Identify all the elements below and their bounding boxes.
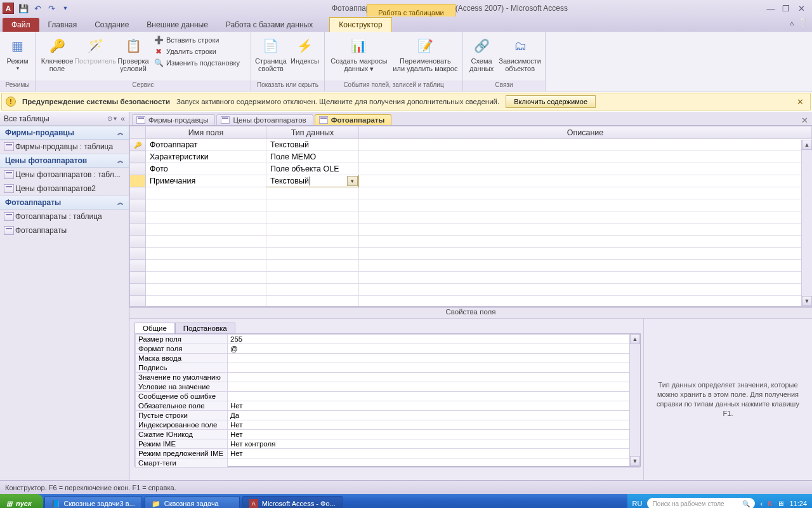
prop-value[interactable] <box>228 373 640 382</box>
field-name-cell[interactable]: Фото <box>146 163 266 175</box>
prop-value[interactable] <box>228 363 640 373</box>
row-selector[interactable] <box>130 163 146 175</box>
clock[interactable]: 11:24 <box>789 500 807 507</box>
prop-tab-general[interactable]: Общие <box>134 323 175 333</box>
dependencies-button[interactable]: 🗂 Зависимости объектов <box>499 34 541 72</box>
qat-dropdown-icon[interactable]: ▼ <box>60 3 71 14</box>
field-row[interactable] <box>130 199 812 211</box>
data-type-cell[interactable]: Поле МЕМО <box>266 151 359 163</box>
prop-value[interactable]: Нет контроля <box>228 439 640 449</box>
row-selector[interactable] <box>130 175 146 187</box>
col-description[interactable]: Описание <box>359 126 812 139</box>
prop-value[interactable]: Нет <box>228 420 640 430</box>
restore-icon[interactable]: ❐ <box>780 4 792 13</box>
tab-create[interactable]: Создание <box>86 18 138 32</box>
nav-group-cameras[interactable]: Фотоаппараты︽ <box>0 196 129 210</box>
save-icon[interactable]: 💾 <box>18 3 29 14</box>
minimize-icon[interactable]: — <box>765 4 776 13</box>
prop-row[interactable]: Размер поля255 <box>136 335 640 344</box>
scroll-down-icon[interactable]: ▼ <box>630 456 640 466</box>
field-row[interactable] <box>130 211 812 224</box>
modify-lookup-button[interactable]: 🔍Изменить подстановку <box>154 57 240 69</box>
prop-value[interactable]: Нет <box>228 401 640 411</box>
nav-item-prices-table[interactable]: Цены фотоаппаратов : табл... <box>0 168 129 182</box>
field-row[interactable]: ФотоПоле объекта OLE <box>130 163 812 175</box>
nav-collapse-icon[interactable]: « <box>121 114 125 123</box>
taskbar-item[interactable]: 📁Сквозная задача <box>145 496 240 508</box>
description-cell[interactable] <box>359 151 812 163</box>
prop-row[interactable]: Режим IMEНет контроля <box>136 439 640 449</box>
minimize-ribbon-icon[interactable]: ▵ <box>790 18 794 27</box>
nav-item-cameras-table[interactable]: Фотоаппараты : таблица <box>0 210 129 224</box>
grid-scrollbar[interactable]: ▲ ▼ <box>801 140 812 306</box>
close-doc-tab-icon[interactable]: ✕ <box>797 116 812 125</box>
field-name-cell[interactable]: Характеристики <box>146 151 266 163</box>
row-selector[interactable]: 🔑 <box>130 139 146 151</box>
field-row[interactable] <box>130 224 812 236</box>
undo-icon[interactable]: ↶ <box>32 3 43 14</box>
start-button[interactable]: ⊞пуск <box>0 494 43 508</box>
description-cell[interactable] <box>359 175 812 187</box>
prop-value[interactable] <box>228 392 640 401</box>
prop-value[interactable]: @ <box>228 344 640 354</box>
col-field-name[interactable]: Имя поля <box>146 126 266 139</box>
data-type-cell-active[interactable]: Текстовый▾ <box>266 175 359 187</box>
tray-icon[interactable]: ‹ <box>760 500 763 507</box>
prop-value[interactable]: Нет <box>228 430 640 439</box>
prop-tab-lookup[interactable]: Подстановка <box>175 323 235 333</box>
prop-value[interactable]: Нет <box>228 449 640 458</box>
nav-pane-header[interactable]: Все таблицы ⊙ ▾ « <box>0 112 129 126</box>
field-row[interactable] <box>130 260 812 272</box>
tab-design[interactable]: Конструктор <box>329 17 391 32</box>
prop-value[interactable]: 255 <box>228 335 640 344</box>
prop-row[interactable]: Сообщение об ошибке <box>136 392 640 401</box>
file-tab[interactable]: Файл <box>3 18 39 32</box>
prop-value[interactable] <box>228 382 640 392</box>
doc-tab-cameras[interactable]: Фотоаппараты <box>315 114 392 125</box>
scroll-up-icon[interactable]: ▲ <box>630 334 640 344</box>
prop-row[interactable]: Условие на значение <box>136 382 640 392</box>
desktop-search-input[interactable]: Поиск на рабочем столе🔍 <box>647 498 755 508</box>
relationships-button[interactable]: 🔗 Схема данных <box>467 34 496 72</box>
prop-scrollbar[interactable]: ▲ ▼ <box>629 334 640 466</box>
tab-external-data[interactable]: Внешние данные <box>138 18 217 32</box>
prop-row[interactable]: Пустые строкиДа <box>136 411 640 420</box>
field-name-cell[interactable]: Примечания <box>146 175 266 187</box>
prop-row[interactable]: Смарт-теги <box>136 458 640 468</box>
prop-row[interactable]: Режим предложений IMEНет <box>136 449 640 458</box>
tray-icon[interactable]: 🖥 <box>777 500 784 507</box>
field-row[interactable]: Примечания Текстовый▾ <box>130 175 812 187</box>
prop-row[interactable]: Формат поля@ <box>136 344 640 354</box>
close-message-bar-icon[interactable]: ✕ <box>794 97 806 107</box>
row-selector[interactable] <box>130 151 146 163</box>
prop-row[interactable]: Маска ввода <box>136 354 640 363</box>
rename-delete-macro-button[interactable]: 📝 Переименовать или удалить макрос <box>392 34 459 72</box>
primary-key-button[interactable]: 🔑 Ключевое поле <box>39 34 75 72</box>
taskbar-item-active[interactable]: AMicrosoft Access - Фо... <box>242 496 343 508</box>
nav-dropdown-icon[interactable]: ⊙ ▾ <box>107 115 117 122</box>
prop-row[interactable]: Подпись <box>136 363 640 373</box>
design-grid[interactable]: Имя поля Тип данных Описание 🔑Фотоаппара… <box>129 126 812 307</box>
scroll-up-icon[interactable]: ▲ <box>802 140 812 150</box>
field-row[interactable]: ХарактеристикиПоле МЕМО <box>130 151 812 163</box>
language-indicator[interactable]: RU <box>632 500 643 507</box>
indexes-button[interactable]: ⚡ Индексы <box>289 34 320 65</box>
close-icon[interactable]: ✕ <box>796 4 807 13</box>
nav-item-prices2[interactable]: Цены фотоаппаратов2 <box>0 182 129 196</box>
prop-row[interactable]: Обязательное полеНет <box>136 401 640 411</box>
app-icon[interactable]: А <box>3 3 14 14</box>
doc-tab-vendors[interactable]: Фирмы-продавцы <box>132 114 215 125</box>
field-row[interactable] <box>130 284 812 296</box>
data-type-cell[interactable]: Поле объекта OLE <box>266 163 359 175</box>
view-button[interactable]: ▦ Режим ▾ <box>4 34 31 72</box>
prop-value[interactable] <box>228 458 640 468</box>
nav-group-vendors[interactable]: Фирмы-продавцы︽ <box>0 126 129 140</box>
field-row[interactable] <box>130 248 812 260</box>
doc-tab-prices[interactable]: Цены фотоаппаратов <box>216 114 313 125</box>
description-cell[interactable] <box>359 163 812 175</box>
prop-value[interactable] <box>228 354 640 363</box>
nav-item-cameras[interactable]: Фотоаппараты <box>0 224 129 237</box>
tab-database-tools[interactable]: Работа с базами данных <box>217 18 322 32</box>
field-row[interactable] <box>130 296 812 308</box>
description-cell[interactable] <box>359 139 812 151</box>
